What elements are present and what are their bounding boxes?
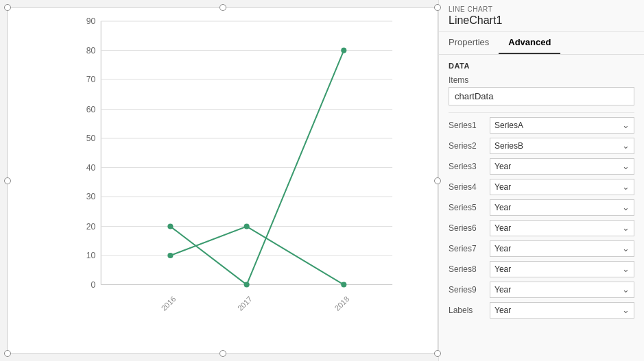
svg-text:10: 10 [86,251,96,260]
series5-select[interactable]: YearSeriesASeriesB [490,199,634,216]
series7-select-wrapper: YearSeriesASeriesB [490,240,634,257]
svg-text:2016: 2016 [160,295,178,312]
series1-select-wrapper: SeriesASeriesBYear [490,117,634,134]
series2-select-wrapper: SeriesBSeriesAYear [490,138,634,154]
series-b-point-1 [167,253,173,258]
svg-text:40: 40 [86,163,96,173]
line-chart-svg: 90 80 70 60 50 40 30 20 10 0 2016 2017 2… [42,14,431,312]
series-a-point-2 [244,282,250,287]
series8-select[interactable]: YearSeriesASeriesB [490,261,634,277]
items-label: Items [449,75,634,85]
series7-label: Series7 [449,244,490,253]
series1-row: Series1 SeriesASeriesBYear [449,117,634,134]
series5-row: Series5 YearSeriesASeriesB [449,199,634,216]
handle-tl[interactable] [4,4,11,11]
tab-properties[interactable]: Properties [439,32,499,54]
series8-select-wrapper: YearSeriesASeriesB [490,261,634,277]
series9-label: Series9 [449,285,490,295]
series-a-point-3 [341,48,346,53]
handle-br[interactable] [434,350,441,357]
svg-text:90: 90 [86,16,96,26]
series3-select[interactable]: YearSeriesASeriesB [490,158,634,175]
series7-select[interactable]: YearSeriesASeriesB [490,240,634,257]
series-a-point-1 [167,224,173,229]
chart-area: 90 80 70 60 50 40 30 20 10 0 2016 2017 2… [7,7,438,354]
svg-text:30: 30 [86,192,96,201]
handle-tm[interactable] [219,4,226,11]
handle-tr[interactable] [434,4,441,11]
handle-mr[interactable] [434,177,441,184]
panel-tabs: Properties Advanced [439,32,644,55]
panel-body: DATA Items Series1 SeriesASeriesBYear Se… [439,55,644,361]
series3-select-wrapper: YearSeriesASeriesB [490,158,634,175]
series9-row: Series9 YearSeriesASeriesB [449,282,634,298]
handle-bm[interactable] [219,350,226,357]
series3-label: Series3 [449,162,490,171]
svg-text:0: 0 [91,280,95,290]
series-b-point-2 [244,224,250,229]
series3-row: Series3 YearSeriesASeriesB [449,158,634,175]
series8-row: Series8 YearSeriesASeriesB [449,261,634,277]
svg-text:80: 80 [86,46,96,55]
svg-text:50: 50 [86,134,96,143]
series2-select[interactable]: SeriesBSeriesAYear [490,138,634,154]
series1-label: Series1 [449,121,490,130]
items-field-group: Items [449,75,634,105]
handle-ml[interactable] [4,177,11,184]
chart-name: LineChart1 [449,14,634,27]
series4-label: Series4 [449,182,490,192]
series6-label: Series6 [449,223,490,233]
svg-text:20: 20 [86,222,96,232]
svg-text:70: 70 [86,75,96,84]
labels-select[interactable]: YearSeriesASeriesB [490,302,634,319]
panel-header: LINE CHART LineChart1 [439,0,644,32]
series9-select[interactable]: YearSeriesASeriesB [490,282,634,298]
series6-select[interactable]: YearSeriesASeriesB [490,220,634,236]
svg-text:2017: 2017 [236,295,254,312]
series6-select-wrapper: YearSeriesASeriesB [490,220,634,236]
chart-type-label: LINE CHART [449,5,634,13]
svg-text:2018: 2018 [333,295,350,312]
series9-select-wrapper: YearSeriesASeriesB [490,282,634,298]
properties-panel: LINE CHART LineChart1 Properties Advance… [438,0,644,361]
labels-row: Labels YearSeriesASeriesB [449,302,634,319]
items-input[interactable] [449,87,634,105]
svg-text:60: 60 [86,105,96,114]
series5-label: Series5 [449,203,490,212]
series5-select-wrapper: YearSeriesASeriesB [490,199,634,216]
tab-advanced[interactable]: Advanced [499,32,560,54]
handle-bl[interactable] [4,350,11,357]
series-b-point-3 [341,282,346,287]
series6-row: Series6 YearSeriesASeriesB [449,220,634,236]
data-section-title: DATA [449,62,634,70]
series4-select-wrapper: YearSeriesASeriesB [490,179,634,195]
series4-row: Series4 YearSeriesASeriesB [449,179,634,195]
labels-select-wrapper: YearSeriesASeriesB [490,302,634,319]
labels-label: Labels [449,306,490,315]
series4-select[interactable]: YearSeriesASeriesB [490,179,634,195]
series8-label: Series8 [449,264,490,274]
series7-row: Series7 YearSeriesASeriesB [449,240,634,257]
series2-row: Series2 SeriesBSeriesAYear [449,138,634,154]
series2-label: Series2 [449,141,490,151]
series1-select[interactable]: SeriesASeriesBYear [490,117,634,134]
